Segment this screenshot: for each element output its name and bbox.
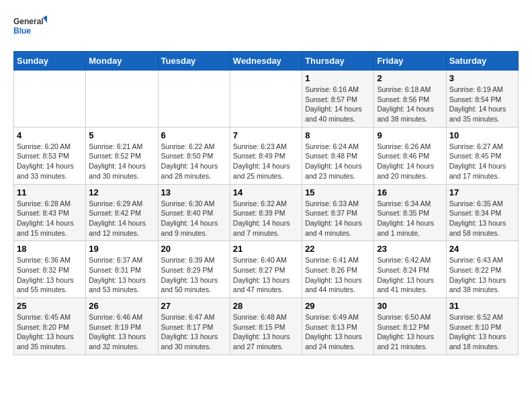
calendar-cell: 28Sunrise: 6:48 AM Sunset: 8:15 PM Dayli… [230,298,302,355]
day-number: 28 [233,301,299,311]
day-number: 10 [449,130,515,140]
day-info: Sunrise: 6:41 AM Sunset: 8:26 PM Dayligh… [305,255,371,295]
day-number: 25 [17,301,83,311]
calendar-cell: 26Sunrise: 6:46 AM Sunset: 8:19 PM Dayli… [86,298,158,355]
calendar-cell: 9Sunrise: 6:26 AM Sunset: 8:46 PM Daylig… [374,127,446,184]
calendar-cell: 13Sunrise: 6:30 AM Sunset: 8:40 PM Dayli… [158,184,230,241]
day-info: Sunrise: 6:19 AM Sunset: 8:54 PM Dayligh… [449,85,515,124]
day-info: Sunrise: 6:50 AM Sunset: 8:12 PM Dayligh… [377,312,443,352]
day-number: 6 [161,130,227,140]
day-info: Sunrise: 6:48 AM Sunset: 8:15 PM Dayligh… [233,312,299,352]
calendar-week-2: 4Sunrise: 6:20 AM Sunset: 8:53 PM Daylig… [14,127,519,184]
day-number: 17 [449,187,515,197]
calendar-cell: 30Sunrise: 6:50 AM Sunset: 8:12 PM Dayli… [374,298,446,355]
day-number: 2 [377,73,443,83]
calendar-cell: 6Sunrise: 6:22 AM Sunset: 8:50 PM Daylig… [158,127,230,184]
calendar-cell: 29Sunrise: 6:49 AM Sunset: 8:13 PM Dayli… [302,298,374,355]
svg-text:General: General [13,17,44,26]
logo: General Blue [13,13,47,40]
calendar-cell [230,71,302,128]
calendar-cell: 5Sunrise: 6:21 AM Sunset: 8:52 PM Daylig… [86,127,158,184]
svg-marker-2 [43,15,47,23]
day-info: Sunrise: 6:40 AM Sunset: 8:27 PM Dayligh… [233,255,299,295]
day-info: Sunrise: 6:24 AM Sunset: 8:48 PM Dayligh… [305,142,371,181]
header-day-thursday: Thursday [302,52,374,71]
day-number: 23 [377,244,443,254]
day-number: 19 [89,244,154,254]
calendar-cell: 14Sunrise: 6:32 AM Sunset: 8:39 PM Dayli… [230,184,302,241]
calendar-cell [14,71,86,128]
calendar-cell: 10Sunrise: 6:27 AM Sunset: 8:45 PM Dayli… [446,127,518,184]
day-number: 5 [89,130,154,140]
calendar-cell: 17Sunrise: 6:35 AM Sunset: 8:34 PM Dayli… [446,184,518,241]
day-number: 26 [89,301,154,311]
calendar-cell: 15Sunrise: 6:33 AM Sunset: 8:37 PM Dayli… [302,184,374,241]
calendar-cell: 2Sunrise: 6:18 AM Sunset: 8:56 PM Daylig… [374,71,446,128]
day-number: 4 [17,130,83,140]
day-info: Sunrise: 6:21 AM Sunset: 8:52 PM Dayligh… [89,142,154,181]
calendar-cell: 11Sunrise: 6:28 AM Sunset: 8:43 PM Dayli… [14,184,86,241]
calendar-cell: 7Sunrise: 6:23 AM Sunset: 8:49 PM Daylig… [230,127,302,184]
day-info: Sunrise: 6:32 AM Sunset: 8:39 PM Dayligh… [233,199,299,238]
day-number: 24 [449,244,515,254]
day-number: 7 [233,130,299,140]
day-number: 21 [233,244,299,254]
day-number: 15 [305,187,371,197]
day-number: 31 [449,301,515,311]
day-info: Sunrise: 6:29 AM Sunset: 8:42 PM Dayligh… [89,199,154,238]
day-number: 12 [89,187,154,197]
day-info: Sunrise: 6:37 AM Sunset: 8:31 PM Dayligh… [89,255,154,295]
calendar-cell: 31Sunrise: 6:52 AM Sunset: 8:10 PM Dayli… [446,298,518,355]
day-number: 3 [449,73,515,83]
day-info: Sunrise: 6:52 AM Sunset: 8:10 PM Dayligh… [449,312,515,352]
header-day-sunday: Sunday [14,52,86,71]
day-number: 22 [305,244,371,254]
page-header: General Blue [13,13,519,40]
calendar-cell: 25Sunrise: 6:45 AM Sunset: 8:20 PM Dayli… [14,298,86,355]
calendar-cell [86,71,158,128]
day-info: Sunrise: 6:30 AM Sunset: 8:40 PM Dayligh… [161,199,227,238]
header-day-friday: Friday [374,52,446,71]
day-number: 8 [305,130,371,140]
days-header-row: SundayMondayTuesdayWednesdayThursdayFrid… [14,52,519,71]
day-info: Sunrise: 6:47 AM Sunset: 8:17 PM Dayligh… [161,312,227,352]
day-info: Sunrise: 6:20 AM Sunset: 8:53 PM Dayligh… [17,142,83,181]
calendar-cell: 19Sunrise: 6:37 AM Sunset: 8:31 PM Dayli… [86,241,158,298]
day-number: 29 [305,301,371,311]
calendar-cell: 23Sunrise: 6:42 AM Sunset: 8:24 PM Dayli… [374,241,446,298]
day-info: Sunrise: 6:26 AM Sunset: 8:46 PM Dayligh… [377,142,443,181]
calendar-cell: 22Sunrise: 6:41 AM Sunset: 8:26 PM Dayli… [302,241,374,298]
day-info: Sunrise: 6:16 AM Sunset: 8:57 PM Dayligh… [305,85,371,124]
calendar-week-1: 1Sunrise: 6:16 AM Sunset: 8:57 PM Daylig… [14,71,519,128]
calendar-cell: 16Sunrise: 6:34 AM Sunset: 8:35 PM Dayli… [374,184,446,241]
day-info: Sunrise: 6:49 AM Sunset: 8:13 PM Dayligh… [305,312,371,352]
calendar-week-3: 11Sunrise: 6:28 AM Sunset: 8:43 PM Dayli… [14,184,519,241]
day-info: Sunrise: 6:42 AM Sunset: 8:24 PM Dayligh… [377,255,443,295]
day-number: 9 [377,130,443,140]
day-info: Sunrise: 6:34 AM Sunset: 8:35 PM Dayligh… [377,199,443,238]
day-info: Sunrise: 6:39 AM Sunset: 8:29 PM Dayligh… [161,255,227,295]
day-number: 20 [161,244,227,254]
day-number: 11 [17,187,83,197]
svg-text:Blue: Blue [13,26,31,36]
calendar-cell: 1Sunrise: 6:16 AM Sunset: 8:57 PM Daylig… [302,71,374,128]
calendar-cell: 4Sunrise: 6:20 AM Sunset: 8:53 PM Daylig… [14,127,86,184]
day-info: Sunrise: 6:46 AM Sunset: 8:19 PM Dayligh… [89,312,154,352]
header-day-wednesday: Wednesday [230,52,302,71]
calendar-cell: 24Sunrise: 6:43 AM Sunset: 8:22 PM Dayli… [446,241,518,298]
calendar-cell: 21Sunrise: 6:40 AM Sunset: 8:27 PM Dayli… [230,241,302,298]
calendar-table: SundayMondayTuesdayWednesdayThursdayFrid… [13,51,519,355]
calendar-cell: 20Sunrise: 6:39 AM Sunset: 8:29 PM Dayli… [158,241,230,298]
day-number: 18 [17,244,83,254]
calendar-week-5: 25Sunrise: 6:45 AM Sunset: 8:20 PM Dayli… [14,298,519,355]
header-day-monday: Monday [86,52,158,71]
day-info: Sunrise: 6:22 AM Sunset: 8:50 PM Dayligh… [161,142,227,181]
day-info: Sunrise: 6:27 AM Sunset: 8:45 PM Dayligh… [449,142,515,181]
day-info: Sunrise: 6:45 AM Sunset: 8:20 PM Dayligh… [17,312,83,352]
calendar-cell: 27Sunrise: 6:47 AM Sunset: 8:17 PM Dayli… [158,298,230,355]
day-info: Sunrise: 6:18 AM Sunset: 8:56 PM Dayligh… [377,85,443,124]
day-number: 30 [377,301,443,311]
logo-svg: General Blue [13,13,47,40]
day-info: Sunrise: 6:36 AM Sunset: 8:32 PM Dayligh… [17,255,83,295]
day-number: 27 [161,301,227,311]
